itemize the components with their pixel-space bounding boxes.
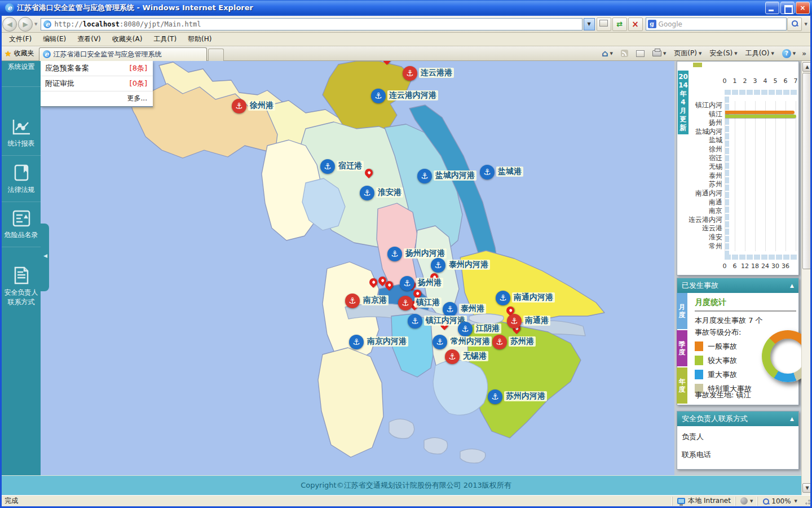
scroll-up-icon[interactable]: ▲ bbox=[802, 62, 810, 72]
status-zone-label: 本地 Intranet bbox=[688, 496, 731, 506]
new-tab-stub[interactable] bbox=[208, 49, 224, 61]
port-label: 泰州内河港 bbox=[447, 260, 490, 270]
chart-bottom-axis: 061218243036 bbox=[725, 262, 798, 269]
dropdown-arrow-icon: ▼ bbox=[771, 51, 774, 56]
address-dropdown-icon[interactable]: ▼ bbox=[584, 18, 595, 30]
favorites-row: ★ 收藏夹 e 江苏省港口安全监管与应急管理系统 ⌂▼ ▼ 页面(P)▼安全(S… bbox=[0, 46, 812, 61]
url-prefix: http:// bbox=[54, 20, 83, 28]
restore-button[interactable] bbox=[780, 2, 795, 14]
stop-button[interactable]: × bbox=[628, 17, 643, 31]
vertical-scrollbar[interactable]: ▲ ▼ bbox=[801, 61, 810, 495]
tab-月度[interactable]: 月度 bbox=[677, 293, 687, 329]
sidebar: 系统设置 统计报表 法律法规 危险品名录 bbox=[2, 61, 41, 476]
port-label: 连云港内河港 bbox=[387, 90, 438, 100]
more-link[interactable]: 更多... bbox=[41, 91, 153, 106]
search-options-icon[interactable]: ▼ bbox=[802, 22, 810, 27]
home-button[interactable]: ⌂▼ bbox=[598, 47, 617, 60]
collapse-icon[interactable]: ▲ bbox=[790, 283, 794, 288]
port-label: 宿迁港 bbox=[337, 161, 364, 171]
donut-hole bbox=[770, 339, 805, 374]
contact-panel-header[interactable]: 安全负责人联系方式 ▲ bbox=[677, 411, 798, 426]
list-icon bbox=[12, 210, 30, 227]
history-dropdown-icon[interactable]: ▼ bbox=[34, 22, 37, 27]
toolbar-button-工具(O)[interactable]: 工具(O)▼ bbox=[742, 47, 778, 59]
contact-phone-label: 联系电话 bbox=[682, 450, 794, 460]
favorites-button[interactable]: ★ 收藏夹 bbox=[0, 47, 39, 60]
menu-item-查看(V)[interactable]: 查看(V) bbox=[72, 33, 107, 46]
sidebar-item-hazmat-list[interactable]: 危险品名录 bbox=[2, 202, 41, 247]
tab-季度[interactable]: 季度 bbox=[677, 330, 687, 366]
chart-category-label: 南京 bbox=[677, 207, 722, 216]
minimize-button[interactable] bbox=[765, 2, 779, 14]
search-button[interactable] bbox=[787, 17, 802, 31]
quick-panel-row[interactable]: 附证审批[0条] bbox=[41, 76, 153, 91]
forward-button[interactable]: ▶ bbox=[18, 17, 33, 32]
anchor-icon: ⚓ bbox=[480, 165, 495, 179]
status-zone: 本地 Intranet bbox=[672, 497, 735, 506]
port-label: 泰州港 bbox=[459, 304, 486, 314]
port-label: 扬州内河港 bbox=[404, 248, 447, 259]
chart-top-tick: 0 bbox=[723, 77, 727, 85]
back-button[interactable]: ◀ bbox=[2, 17, 17, 32]
zoom-cell[interactable]: 100% ▼ bbox=[757, 497, 802, 506]
menu-item-帮助(H)[interactable]: 帮助(H) bbox=[182, 33, 217, 46]
accident-panel-header[interactable]: 已发生事故 ▲ bbox=[677, 278, 798, 293]
overflow-chevron-icon[interactable]: » bbox=[800, 50, 809, 58]
chart-top-tick: 2 bbox=[743, 77, 747, 85]
quick-panel-label: 应急预案备案 bbox=[45, 63, 89, 73]
refresh-button[interactable]: ⇄ bbox=[612, 17, 627, 31]
sidebar-item-laws[interactable]: 法律法规 bbox=[2, 156, 41, 202]
accident-pin-icon bbox=[381, 61, 392, 65]
feeds-button[interactable] bbox=[617, 49, 632, 58]
sidebar-item-label: 危险品名录 bbox=[5, 231, 38, 239]
anchor-icon: ⚓ bbox=[496, 291, 510, 305]
collapse-icon[interactable]: ▲ bbox=[790, 416, 794, 422]
chart-bottom-band bbox=[725, 255, 797, 260]
scroll-down-icon[interactable]: ▼ bbox=[802, 483, 810, 493]
tab-年度[interactable]: 年度 bbox=[677, 367, 687, 404]
chart-bottom-tick: 18 bbox=[751, 262, 759, 270]
close-button[interactable]: × bbox=[796, 2, 810, 14]
map-markers-layer: ⚓连云港港⚓连云港内河港⚓徐州港⚓宿迁港⚓淮安港⚓盐城内河港⚓盐城港⚓扬州内河港… bbox=[41, 61, 674, 476]
toolbar-button-页面(P)[interactable]: 页面(P)▼ bbox=[670, 47, 705, 59]
chart-category-label: 南通 bbox=[677, 198, 722, 207]
toolbar-button-安全(S)[interactable]: 安全(S)▼ bbox=[705, 47, 741, 59]
scrollbar-thumb[interactable] bbox=[802, 73, 810, 269]
port-label: 连云港港 bbox=[419, 68, 454, 78]
computer-icon bbox=[677, 498, 685, 504]
window-title: 江苏省港口安全监管与应急管理系统 - Windows Internet Expl… bbox=[17, 3, 764, 13]
protected-mode-cell[interactable]: ▼ bbox=[735, 497, 757, 506]
zoom-level: 100% bbox=[771, 497, 791, 505]
menu-item-编辑(E)[interactable]: 编辑(E) bbox=[37, 33, 72, 46]
menu-item-文件(F)[interactable]: 文件(F) bbox=[3, 33, 37, 46]
chart-category-label: 泰州 bbox=[677, 172, 722, 181]
anchor-icon: ⚓ bbox=[408, 314, 422, 329]
menu-item-工具(T)[interactable]: 工具(T) bbox=[148, 33, 182, 46]
sidebar-item-statistics[interactable]: 统计报表 bbox=[2, 87, 41, 156]
chart-top-band bbox=[725, 90, 797, 95]
address-field[interactable]: e http://localhost:8080/yjpt/Main.html bbox=[41, 18, 582, 30]
update-ribbon: 2014年4月更新 bbox=[678, 71, 689, 134]
port-label: 江阴港 bbox=[474, 323, 501, 334]
quick-panel-row[interactable]: 应急预案备案[8条] bbox=[41, 61, 153, 76]
read-mail-button[interactable] bbox=[632, 49, 648, 58]
tab-active[interactable]: e 江苏省港口安全监管与应急管理系统 bbox=[39, 47, 207, 61]
globe-icon bbox=[740, 497, 748, 505]
menu-item-收藏夹(A)[interactable]: 收藏夹(A) bbox=[107, 33, 148, 46]
sidebar-item-safety-contacts[interactable]: 安全负责人联系方式 bbox=[2, 247, 41, 314]
mail-icon bbox=[636, 50, 645, 57]
copyright-text: Copyright©江苏省交通规划设计院股份有限公司 2013版权所有 bbox=[301, 481, 511, 489]
chart-category-label: 宿迁 bbox=[677, 154, 722, 163]
resize-grip[interactable] bbox=[803, 497, 811, 505]
help-button[interactable]: ?▼ bbox=[778, 48, 800, 59]
legend-swatch bbox=[695, 356, 703, 365]
search-box[interactable]: g Google bbox=[646, 17, 787, 30]
chart-top-tick: 7 bbox=[794, 77, 798, 85]
dropdown-arrow-icon: ▼ bbox=[734, 51, 737, 56]
print-button[interactable]: ▼ bbox=[648, 49, 670, 58]
sidebar-item-label: 统计报表 bbox=[8, 139, 35, 147]
chart-top-tick: 1 bbox=[733, 77, 737, 85]
compatibility-view-button[interactable] bbox=[597, 17, 611, 31]
sidebar-item-system-settings[interactable]: 系统设置 bbox=[2, 61, 41, 87]
port-label: 扬州港 bbox=[416, 278, 443, 288]
